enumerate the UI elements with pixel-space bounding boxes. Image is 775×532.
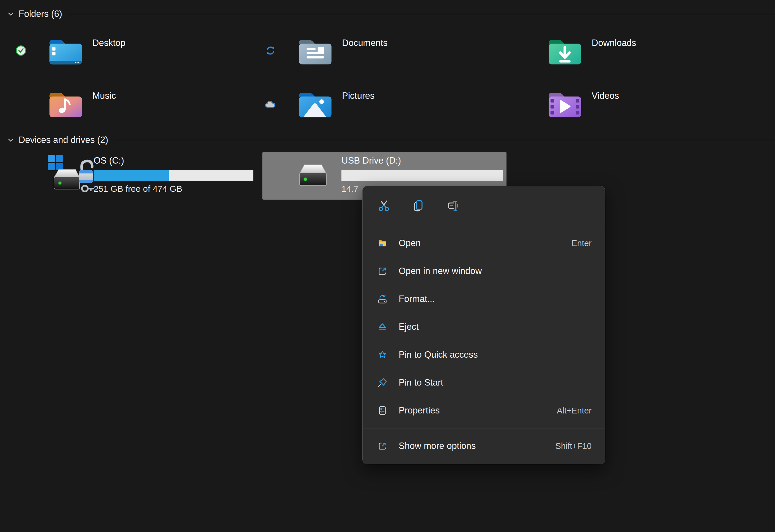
- chevron-down-icon[interactable]: [6, 136, 15, 144]
- pictures-folder-icon: [296, 89, 334, 119]
- menu-item-open-in-new-window[interactable]: Open in new window: [362, 257, 605, 285]
- menu-item-shortcut: Alt+Enter: [557, 406, 592, 415]
- folder-item-music[interactable]: Music: [0, 85, 232, 135]
- folder-label: Documents: [342, 38, 388, 48]
- file-explorer-content: Folders (6) Deskto: [0, 0, 775, 532]
- drive-usage-bar: [341, 170, 503, 181]
- drive-usage-bar: [94, 170, 253, 181]
- menu-item-shortcut: Shift+F10: [555, 441, 592, 451]
- section-divider: [114, 140, 775, 140]
- folder-item-videos[interactable]: Videos: [499, 85, 732, 135]
- music-folder-icon: [46, 89, 85, 119]
- folder-label: Desktop: [92, 38, 125, 48]
- cut-icon[interactable]: [376, 198, 391, 213]
- folder-item-documents[interactable]: Documents: [250, 32, 482, 82]
- sync-complete-check-icon: [14, 44, 28, 58]
- drive-usage-bar-fill: [94, 170, 169, 181]
- drive-item-os-c[interactable]: OS (C:) 251 GB free of 474 GB: [44, 152, 259, 200]
- menu-items: Open Enter Open in new window: [362, 229, 605, 424]
- open-new-window-icon: [376, 265, 388, 277]
- pin-to-start-icon: [376, 377, 388, 388]
- devices-section-title: Devices and drives (2): [19, 135, 108, 145]
- properties-icon: [376, 405, 388, 416]
- downloads-folder-icon: [546, 36, 584, 66]
- os-drive-bitlocker-icon: [45, 152, 94, 196]
- drive-name: OS (C:): [94, 155, 124, 166]
- menu-item-properties[interactable]: Properties Alt+Enter: [362, 397, 605, 424]
- folder-label: Downloads: [592, 38, 636, 48]
- menu-item-label: Format...: [399, 294, 592, 304]
- eject-icon: [376, 321, 388, 333]
- context-menu: Open Enter Open in new window: [362, 186, 605, 464]
- menu-item-label: Open in new window: [399, 266, 592, 276]
- usb-drive-icon: [294, 158, 332, 191]
- sync-in-progress-icon: [263, 44, 277, 58]
- folder-item-desktop[interactable]: Desktop: [0, 32, 232, 82]
- menu-item-label: Show more options: [399, 441, 555, 451]
- menu-item-format[interactable]: Format...: [362, 285, 605, 313]
- folder-label: Pictures: [342, 91, 374, 101]
- show-more-options-icon: [376, 440, 388, 452]
- documents-folder-icon: [296, 36, 334, 66]
- videos-folder-icon: [546, 89, 584, 119]
- cloud-available-icon: [263, 96, 277, 110]
- menu-item-label: Pin to Quick access: [399, 350, 592, 360]
- folders-section-header: Folders (6): [6, 8, 775, 20]
- folders-section-title: Folders (6): [19, 9, 62, 19]
- copy-icon[interactable]: [412, 198, 426, 213]
- menu-item-label: Eject: [399, 322, 592, 332]
- format-drive-icon: [376, 293, 388, 305]
- menu-item-eject[interactable]: Eject: [362, 313, 605, 341]
- folder-label: Videos: [592, 91, 619, 101]
- menu-item-pin-to-start[interactable]: Pin to Start: [362, 369, 605, 397]
- menu-item-show-more-options[interactable]: Show more options Shift+F10: [362, 432, 605, 460]
- desktop-folder-icon: [46, 36, 85, 66]
- rename-icon[interactable]: [446, 198, 461, 213]
- chevron-down-icon[interactable]: [6, 10, 15, 18]
- quick-actions-row: [362, 186, 605, 225]
- section-divider: [68, 14, 775, 14]
- open-folder-icon: [376, 237, 388, 249]
- folder-item-pictures[interactable]: Pictures: [250, 85, 482, 135]
- drive-free-space-text: 14.7: [341, 184, 358, 194]
- menu-item-label: Open: [399, 238, 572, 248]
- folder-item-downloads[interactable]: Downloads: [499, 32, 732, 82]
- pin-quick-access-star-icon: [376, 349, 388, 361]
- menu-divider: [362, 429, 605, 429]
- folder-label: Music: [92, 91, 116, 101]
- menu-item-shortcut: Enter: [572, 239, 592, 248]
- drive-name: USB Drive (D:): [341, 155, 401, 166]
- drive-free-space-text: 251 GB free of 474 GB: [94, 184, 182, 194]
- menu-item-label: Pin to Start: [399, 377, 592, 388]
- menu-divider: [362, 225, 605, 225]
- menu-item-pin-to-quick-access[interactable]: Pin to Quick access: [362, 341, 605, 369]
- menu-item-open[interactable]: Open Enter: [362, 229, 605, 257]
- devices-section-header: Devices and drives (2): [6, 134, 775, 146]
- menu-item-label: Properties: [399, 405, 557, 416]
